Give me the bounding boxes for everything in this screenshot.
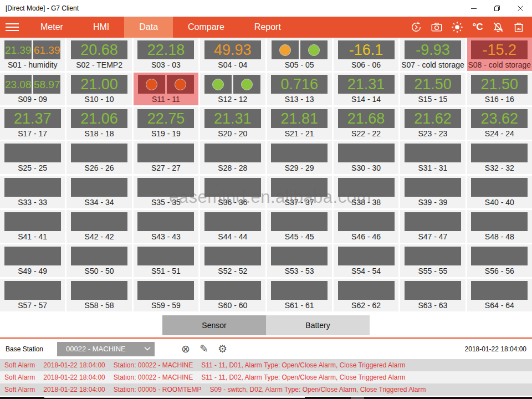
sensor-cell[interactable]: S27 - 27 (134, 141, 198, 174)
base-station-dropdown[interactable]: 00022 - MACHINE (57, 342, 155, 356)
sensor-cell[interactable]: S56 - 56 (467, 244, 532, 277)
edit-icon[interactable]: ✎ (200, 343, 208, 355)
sensor-cell[interactable]: S39 - 39 (400, 176, 465, 208)
sensor-tile-row (267, 40, 332, 59)
sensor-cell[interactable]: S34 - 34 (66, 176, 131, 208)
sensor-cell[interactable]: S38 - 38 (334, 176, 398, 208)
menu-button[interactable] (0, 17, 25, 38)
sensor-cell[interactable]: 21.68 S22 - 22 (334, 107, 398, 140)
sensor-cell[interactable]: 21.31 S14 - 14 (334, 73, 398, 105)
sensor-label: S43 - 43 (134, 232, 198, 242)
minimize-button[interactable] (462, 0, 485, 17)
tab-hmi[interactable]: HMI (78, 17, 124, 38)
sensor-cell[interactable]: S51 - 51 (134, 244, 198, 277)
sensor-view-button[interactable]: Sensor (162, 315, 266, 335)
temperature-unit-button[interactable]: °C (471, 21, 484, 34)
sensor-cell[interactable]: S28 - 28 (200, 141, 265, 174)
sensor-cell[interactable]: S11 - 11 (134, 73, 198, 105)
sensor-cell[interactable]: 21.81 S21 - 21 (267, 107, 332, 140)
sensor-cell[interactable]: 21.50 S15 - 15 (400, 73, 465, 105)
sensor-tile-row (467, 178, 532, 197)
sensor-cell[interactable]: S33 - 33 (0, 176, 65, 208)
sensor-cell[interactable]: 23.62 S24 - 24 (467, 107, 532, 140)
sensor-cell[interactable]: S40 - 40 (467, 176, 532, 208)
sensor-cell[interactable]: 21.62 S23 - 23 (400, 107, 465, 140)
sensor-cell[interactable]: 0.716 S13 - 13 (267, 73, 332, 105)
sensor-cell[interactable]: S12 - 12 (200, 73, 265, 105)
sensor-cell[interactable]: S37 - 37 (267, 176, 332, 208)
sensor-value: 21.39 (5, 45, 32, 55)
tab-compare[interactable]: Compare (173, 17, 239, 38)
sensor-cell[interactable]: -16.1 S06 - 06 (334, 38, 398, 71)
alarm-log-row[interactable]: Soft Alarm 2018-01-22 18:04:00 Station: … (0, 371, 532, 383)
cancel-icon[interactable]: ⊗ (181, 343, 190, 355)
sensor-tile (271, 178, 328, 197)
sensor-cell[interactable]: S45 - 45 (267, 210, 332, 243)
sensor-cell[interactable]: S57 - 57 (0, 279, 65, 311)
tab-meter[interactable]: Meter (25, 17, 78, 38)
sensor-cell[interactable]: S42 - 42 (66, 210, 131, 243)
sensor-cell[interactable]: S47 - 47 (400, 210, 465, 243)
sensor-cell[interactable]: S05 - 05 (267, 38, 332, 71)
clear-button[interactable] (512, 21, 525, 34)
sensor-cell[interactable]: S53 - 53 (267, 244, 332, 277)
sensor-cell[interactable]: -9.93 S07 - cold storage (400, 38, 465, 71)
sensor-value: 20.68 (80, 43, 118, 58)
sensor-cell[interactable]: S64 - 64 (467, 279, 532, 311)
sensor-cell[interactable]: S31 - 31 (400, 141, 465, 174)
battery-view-button[interactable]: Battery (266, 315, 370, 335)
status-led-icon (175, 79, 186, 90)
sensor-cell[interactable]: S59 - 59 (134, 279, 198, 311)
tab-report[interactable]: Report (239, 17, 296, 38)
sensor-cell[interactable]: S36 - 36 (200, 176, 265, 208)
sensor-cell[interactable]: S58 - 58 (66, 279, 131, 311)
sensor-cell[interactable]: S25 - 25 (0, 141, 65, 174)
sensor-cell[interactable]: 21.3961.39 S01 - humidity (0, 38, 65, 71)
sensor-tile (271, 212, 328, 231)
sensor-cell[interactable]: 22.75 S19 - 19 (134, 107, 198, 140)
sensor-cell[interactable]: S35 - 35 (134, 176, 198, 208)
sync-button[interactable] (410, 21, 423, 34)
sensor-cell[interactable]: -15.2 S08 - cold storage (467, 38, 532, 71)
sensor-cell[interactable]: 20.68 S02 - TEMP2 (66, 38, 131, 71)
sensor-grid: 21.3961.39 S01 - humidity 20.68 S02 - TE… (0, 38, 532, 311)
sensor-cell[interactable]: S44 - 44 (200, 210, 265, 243)
sensor-cell[interactable]: 49.93 S04 - 04 (200, 38, 265, 71)
sensor-cell[interactable]: S49 - 49 (0, 244, 65, 277)
sensor-cell[interactable]: 21.00 S10 - 10 (66, 73, 131, 105)
sensor-cell[interactable]: 23.0858.97 S09 - 09 (0, 73, 65, 105)
sensor-cell[interactable]: 21.50 S16 - 16 (467, 73, 532, 105)
sensor-label: S26 - 26 (66, 163, 131, 173)
sensor-tile (405, 281, 461, 300)
restore-button[interactable] (485, 0, 509, 17)
sensor-cell[interactable]: 21.31 S20 - 20 (200, 107, 265, 140)
sensor-cell[interactable]: S46 - 46 (334, 210, 398, 243)
mute-alarm-button[interactable] (492, 21, 505, 34)
sensor-cell[interactable]: S63 - 63 (400, 279, 465, 311)
tab-data[interactable]: Data (124, 17, 173, 38)
sensor-cell[interactable]: S26 - 26 (66, 141, 131, 174)
sensor-cell[interactable]: 21.06 S18 - 18 (66, 107, 131, 140)
sensor-cell[interactable]: S43 - 43 (134, 210, 198, 243)
sensor-cell[interactable]: 21.37 S17 - 17 (0, 107, 65, 140)
alarm-log-row[interactable]: Soft Alarm 2018-01-22 18:04:00 Station: … (0, 359, 532, 371)
sensor-cell[interactable]: S55 - 55 (400, 244, 465, 277)
sensor-cell[interactable]: 22.18 S03 - 03 (134, 38, 198, 71)
sensor-cell[interactable]: S50 - 50 (66, 244, 131, 277)
sensor-cell[interactable]: S32 - 32 (467, 141, 532, 174)
brightness-button[interactable] (451, 21, 464, 34)
screenshot-button[interactable] (430, 21, 443, 34)
sensor-cell[interactable]: S62 - 62 (334, 279, 398, 311)
sensor-tile-row (200, 212, 265, 231)
sensor-cell[interactable]: S29 - 29 (267, 141, 332, 174)
sensor-cell[interactable]: S52 - 52 (200, 244, 265, 277)
sensor-cell[interactable]: S30 - 30 (334, 141, 398, 174)
settings-gear-icon[interactable]: ⚙ (218, 343, 227, 355)
alarm-log-row[interactable]: Soft Alarm 2018-01-22 18:04:00 Station: … (0, 383, 532, 396)
sensor-cell[interactable]: S60 - 60 (200, 279, 265, 311)
sensor-cell[interactable]: S54 - 54 (334, 244, 398, 277)
sensor-cell[interactable]: S41 - 41 (0, 210, 65, 243)
close-button[interactable] (509, 0, 532, 17)
sensor-cell[interactable]: S61 - 61 (267, 279, 332, 311)
sensor-cell[interactable]: S48 - 48 (467, 210, 532, 243)
